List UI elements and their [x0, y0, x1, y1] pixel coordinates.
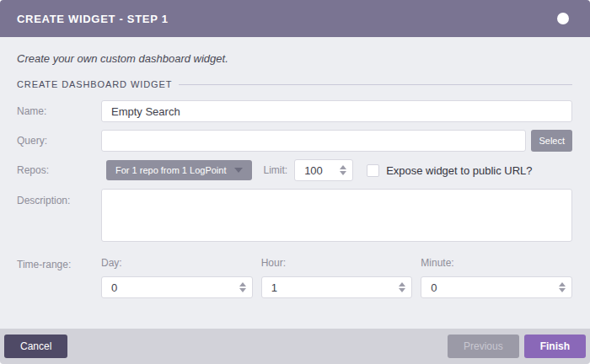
limit-spin-up-icon[interactable] — [340, 165, 346, 169]
dialog-title: CREATE WIDGET - STEP 1 — [17, 13, 169, 25]
step-indicator-dot-icon — [557, 13, 569, 24]
dialog-header: CREATE WIDGET - STEP 1 — [0, 0, 590, 37]
limit-label: Limit: — [263, 164, 287, 176]
chevron-down-icon — [234, 168, 243, 173]
minute-input[interactable] — [421, 276, 572, 298]
minute-spin-down-icon[interactable] — [559, 288, 566, 292]
expose-checkbox[interactable] — [367, 164, 379, 177]
description-label: Description: — [17, 189, 101, 206]
time-range-label: Time-range: — [17, 257, 101, 270]
description-row: Description: — [17, 189, 572, 242]
hour-spin-buttons — [399, 282, 405, 292]
minute-spin-buttons — [559, 282, 566, 292]
time-range-minute: Minute: — [421, 257, 572, 298]
hour-spinner — [261, 276, 413, 298]
section-legend-text: CREATE DASHBOARD WIDGET — [17, 79, 172, 89]
minute-spinner — [421, 276, 572, 298]
name-input[interactable] — [101, 100, 572, 122]
description-textarea[interactable] — [101, 189, 572, 242]
day-spin-up-icon[interactable] — [239, 282, 246, 286]
name-label: Name: — [17, 105, 101, 117]
dialog-body: Create your own custom dashboard widget.… — [0, 37, 590, 329]
repos-label: Repos: — [17, 164, 101, 176]
query-input[interactable] — [101, 130, 526, 152]
day-label: Day: — [101, 257, 253, 269]
limit-spin-down-icon[interactable] — [340, 171, 346, 175]
query-select-button[interactable]: Select — [531, 130, 572, 152]
time-range-day: Day: — [101, 257, 253, 298]
finish-button[interactable]: Finish — [524, 335, 586, 358]
hour-spin-down-icon[interactable] — [399, 288, 405, 292]
day-spin-buttons — [239, 282, 246, 292]
hour-label: Hour: — [261, 257, 413, 269]
limit-spin-buttons — [340, 165, 346, 175]
footer-right-buttons: Previous Finish — [448, 335, 586, 358]
create-widget-dialog: CREATE WIDGET - STEP 1 Create your own c… — [0, 0, 590, 364]
time-range-hour: Hour: — [261, 257, 413, 298]
repos-dropdown[interactable]: For 1 repo from 1 LogPoint — [106, 160, 252, 180]
limit-spinner — [294, 159, 353, 181]
time-range-columns: Day: Hour: — [101, 257, 572, 298]
hour-input[interactable] — [261, 276, 413, 298]
name-row: Name: — [17, 100, 572, 122]
cancel-button[interactable]: Cancel — [4, 335, 67, 358]
day-input[interactable] — [101, 276, 253, 298]
dialog-footer: Cancel Previous Finish — [0, 329, 590, 364]
repos-dropdown-value: For 1 repo from 1 LogPoint — [115, 165, 226, 175]
section-legend: CREATE DASHBOARD WIDGET — [17, 79, 572, 89]
intro-text: Create your own custom dashboard widget. — [17, 52, 572, 65]
repos-row: Repos: For 1 repo from 1 LogPoint Limit:… — [17, 159, 572, 181]
expose-checkbox-label: Expose widget to public URL? — [386, 164, 532, 177]
previous-button[interactable]: Previous — [448, 335, 519, 358]
section-legend-divider — [179, 84, 572, 85]
time-range-row: Time-range: Day: Hour: — [17, 257, 572, 298]
minute-label: Minute: — [421, 257, 572, 269]
minute-spin-up-icon[interactable] — [559, 282, 566, 286]
query-label: Query: — [17, 135, 101, 147]
hour-spin-up-icon[interactable] — [399, 282, 405, 286]
query-row: Query: Select — [17, 130, 572, 152]
day-spinner — [101, 276, 253, 298]
day-spin-down-icon[interactable] — [239, 288, 246, 292]
